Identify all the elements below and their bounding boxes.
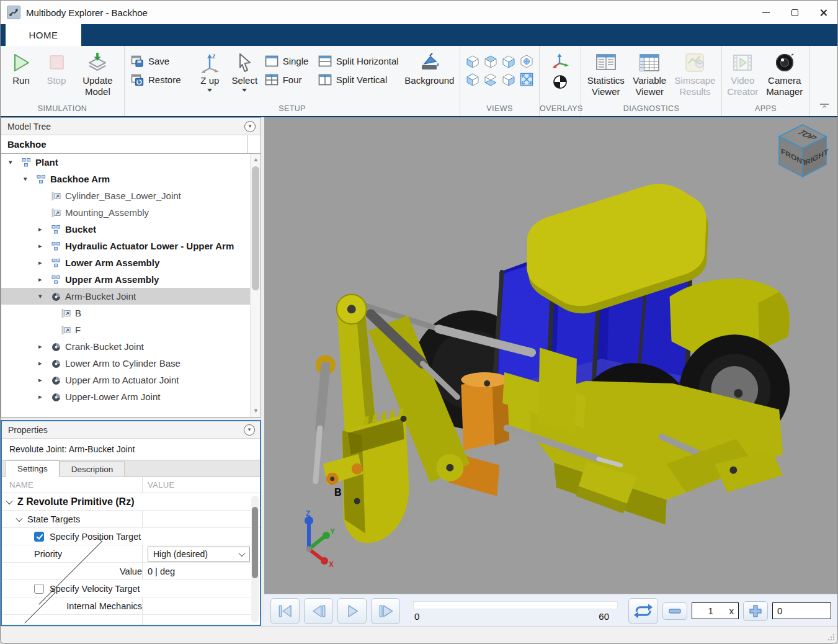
view-front-icon[interactable] xyxy=(465,53,481,69)
property-row-specify-velocity[interactable]: Specify Velocity Target xyxy=(2,580,260,597)
speed-increase-button[interactable] xyxy=(743,601,768,621)
tree-item-lower-arm-assembly[interactable]: ▸ Lower Arm Assembly xyxy=(1,254,261,271)
y-axis-label: Y xyxy=(330,527,335,536)
view-cube[interactable]: TOP FRONT RIGHT xyxy=(774,121,831,182)
backhoe-3d-model[interactable] xyxy=(264,117,837,593)
update-model-button[interactable]: Update Model xyxy=(75,50,120,97)
properties-scrollbar-thumb[interactable] xyxy=(252,507,258,578)
expand-open-icon[interactable]: ▾ xyxy=(9,158,21,166)
statistics-viewer-button[interactable]: Statistics Viewer xyxy=(585,50,626,97)
video-creator-button[interactable]: Video Creator xyxy=(726,50,759,97)
tree-item-arm-bucket-joint[interactable]: ▾ Arm-Bucket Joint xyxy=(1,288,261,305)
split-vertical-button[interactable]: Split Vertical xyxy=(318,70,401,89)
tree-scrollbar[interactable]: ▲ ▼ xyxy=(250,154,261,417)
select-button[interactable]: Select xyxy=(227,50,262,92)
expand-closed-icon[interactable]: ▸ xyxy=(38,359,51,367)
tree-root-row[interactable]: Backhoe xyxy=(1,135,261,154)
minimize-button[interactable] xyxy=(752,1,780,24)
tree-item-hydraulic-actuator-lower-upper-arm[interactable]: ▸ Hydraulic Actuator Lower - Upper Arm xyxy=(1,238,261,254)
chevron-down-icon[interactable] xyxy=(6,497,12,504)
single-view-icon xyxy=(265,55,279,67)
viewport-3d[interactable]: TOP FRONT RIGHT Z Y X xyxy=(264,117,837,594)
fit-to-view-icon[interactable] xyxy=(519,71,535,87)
scroll-up-icon[interactable]: ▲ xyxy=(251,155,261,164)
view-top-icon[interactable] xyxy=(483,53,499,69)
tree-item-bucket[interactable]: ▸ Bucket xyxy=(1,221,261,238)
property-row-internal-mechanics[interactable]: Internal Mechanics xyxy=(2,597,260,615)
maximize-button[interactable] xyxy=(780,1,809,24)
mechanism-glyph xyxy=(9,7,19,17)
background-button[interactable]: Background xyxy=(403,50,456,86)
tab-description[interactable]: Description xyxy=(60,461,125,476)
scroll-down-icon[interactable]: ▼ xyxy=(251,406,261,416)
speed-decrease-button[interactable] xyxy=(662,602,687,620)
restore-button[interactable]: Restore xyxy=(131,70,190,89)
priority-dropdown[interactable]: High (desired) xyxy=(148,547,250,561)
variable-viewer-button[interactable]: Variable Viewer xyxy=(629,50,670,97)
property-row-specify-position[interactable]: Specify Position Target xyxy=(2,528,260,545)
property-row-value[interactable]: Value 0 | deg xyxy=(2,563,260,580)
specify-velocity-checkbox[interactable] xyxy=(34,584,44,594)
specify-position-checkbox[interactable] xyxy=(34,532,44,542)
position-target-value[interactable]: 0 | deg xyxy=(148,566,175,576)
play-button[interactable] xyxy=(337,598,367,624)
close-button[interactable] xyxy=(809,1,837,24)
expand-closed-icon[interactable]: ▸ xyxy=(38,342,51,351)
step-forward-button[interactable] xyxy=(371,598,400,624)
go-to-start-button[interactable] xyxy=(270,598,300,624)
property-row-state-targets[interactable]: State Targets xyxy=(2,511,260,528)
center-of-mass-overlay-icon[interactable] xyxy=(553,74,568,91)
expand-closed-icon[interactable]: ▸ xyxy=(38,225,51,233)
current-time-field[interactable]: 0 xyxy=(772,602,831,619)
tree-scrollbar-thumb[interactable] xyxy=(252,166,259,290)
tree-item-upper-arm-to-actuator-joint[interactable]: ▸ Upper Arm to Actuator Joint xyxy=(1,372,261,388)
tree-item-cylinder-base-lower-joint[interactable]: Cylinder_Base_Lower_Joint xyxy=(1,187,261,204)
speed-field[interactable]: 1 x xyxy=(692,602,739,619)
tree-item-lower-arm-to-cylinder-base[interactable]: ▸ Lower Arm to Cylinder Base xyxy=(1,355,261,372)
tab-home[interactable]: HOME xyxy=(6,24,81,46)
collapse-ribbon-button[interactable]: ⌃ xyxy=(820,104,829,112)
view-isometric-icon[interactable] xyxy=(519,53,535,69)
tree-item-upper-lower-arm-joint[interactable]: ▸ Upper-Lower Arm Joint xyxy=(1,388,261,405)
split-horizontal-button[interactable]: Split Horizontal xyxy=(318,51,401,70)
single-view-button[interactable]: Single xyxy=(265,51,313,70)
expand-closed-icon[interactable]: ▸ xyxy=(38,259,51,267)
expand-open-icon[interactable]: ▾ xyxy=(24,175,36,183)
chevron-down-icon[interactable] xyxy=(16,514,22,521)
properties-menu-button[interactable]: ▾ xyxy=(244,424,255,436)
z-up-button[interactable]: z Z up xyxy=(193,50,227,92)
loop-button[interactable] xyxy=(628,598,658,624)
frame-icon xyxy=(51,208,62,218)
stop-button[interactable]: Stop xyxy=(38,50,75,86)
view-left-icon[interactable] xyxy=(501,53,517,69)
expand-closed-icon[interactable]: ▸ xyxy=(38,275,51,284)
frame-overlay-icon[interactable] xyxy=(551,53,569,71)
run-button[interactable]: Run xyxy=(4,50,38,86)
tree-item-plant[interactable]: ▾ Plant xyxy=(1,154,261,171)
tree-item-mounting-assembly[interactable]: Mounting_Assembly xyxy=(1,204,261,221)
four-views-button[interactable]: Four xyxy=(265,70,313,89)
resize-grip[interactable] xyxy=(827,633,835,641)
camera-manager-button[interactable]: Camera Manager xyxy=(763,50,806,97)
expand-closed-icon[interactable]: ▸ xyxy=(38,242,51,250)
expand-open-icon[interactable]: ▾ xyxy=(38,292,51,300)
tree-item-follower-frame[interactable]: F xyxy=(1,321,261,338)
timeline-track[interactable] xyxy=(413,601,618,609)
tree-item-backhoe-arm[interactable]: ▾ Backhoe Arm xyxy=(1,171,261,187)
expand-closed-icon[interactable]: ▸ xyxy=(38,376,51,384)
view-right-icon[interactable] xyxy=(501,71,517,87)
tree-item-base-frame[interactable]: B xyxy=(1,305,261,321)
property-row-primitive[interactable]: Z Revolute Primitive (Rz) xyxy=(2,493,260,511)
view-back-icon[interactable] xyxy=(465,71,481,87)
z-up-icon: z xyxy=(198,50,221,75)
expand-closed-icon[interactable]: ▸ xyxy=(38,393,51,401)
tree-item-crank-bucket-joint[interactable]: ▸ Crank-Bucket Joint xyxy=(1,338,261,355)
properties-scrollbar[interactable] xyxy=(251,496,259,622)
tree-item-upper-arm-assembly[interactable]: ▸ Upper Arm Assembly xyxy=(1,271,261,288)
step-back-button[interactable] xyxy=(304,598,333,624)
simscape-results-button[interactable]: Simscape Results xyxy=(672,50,718,97)
view-bottom-icon[interactable] xyxy=(483,71,499,87)
save-button[interactable]: Save xyxy=(131,51,190,70)
tab-settings[interactable]: Settings xyxy=(6,460,60,477)
model-tree-menu-button[interactable]: ▾ xyxy=(244,121,256,132)
